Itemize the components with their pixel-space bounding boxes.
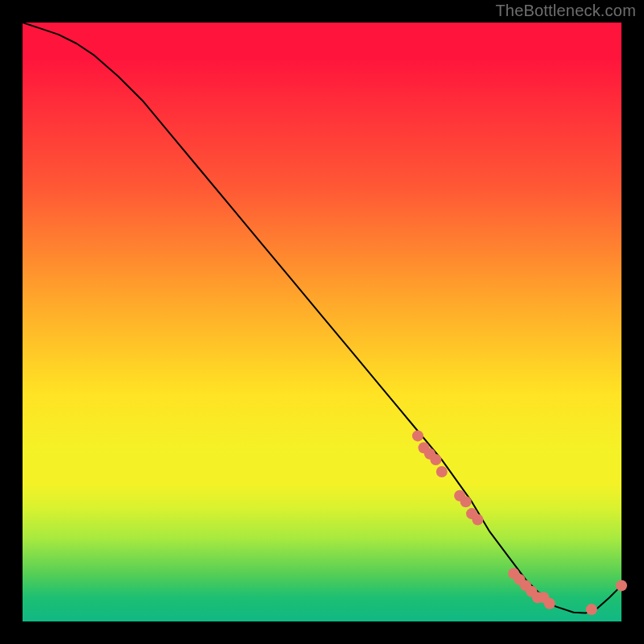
- data-point: [412, 430, 423, 441]
- attribution-text: TheBottleneck.com: [495, 2, 636, 20]
- bottleneck-curve: [23, 23, 621, 613]
- data-point: [460, 496, 472, 507]
- data-points-group: [412, 430, 627, 615]
- data-point: [616, 580, 627, 591]
- data-point: [586, 604, 597, 615]
- plot-area: [23, 23, 621, 621]
- data-point: [472, 514, 483, 526]
- chart-svg: [23, 23, 621, 621]
- data-point: [544, 598, 555, 609]
- data-point: [436, 466, 448, 477]
- chart-wrapper: TheBottleneck.com: [0, 0, 644, 644]
- data-point: [430, 454, 441, 465]
